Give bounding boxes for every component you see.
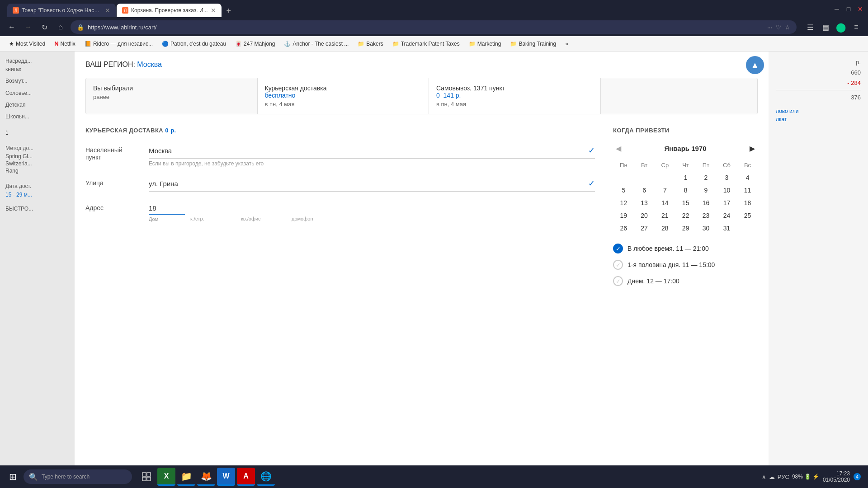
url-more-icon[interactable]: ··· [767, 24, 772, 31]
bookmark-bakers[interactable]: 📁 Bakers [354, 39, 387, 48]
calendar-day[interactable]: 17 [716, 197, 737, 209]
calendar-day[interactable]: 14 [654, 197, 675, 209]
sidebar-date-link[interactable]: 15 - 29 м... [5, 192, 32, 198]
calendar-day[interactable]: 1 [675, 171, 696, 184]
afternoon-radio[interactable] [613, 276, 623, 286]
calendar-day[interactable]: 13 [634, 197, 655, 209]
calendar-day[interactable]: 24 [716, 209, 737, 222]
start-button[interactable]: ⊞ [4, 468, 22, 486]
time-slot-anytime[interactable]: В любое время. 11 — 21:00 [613, 244, 758, 253]
right-link[interactable]: лово или [776, 108, 798, 114]
calendar-day[interactable]: 22 [675, 209, 696, 222]
calendar-day[interactable]: 10 [716, 184, 737, 197]
files-icon[interactable]: 📁 [177, 468, 195, 486]
forward-button[interactable]: → [22, 21, 34, 33]
calendar-day[interactable]: 26 [613, 222, 634, 235]
intercom-input[interactable] [292, 202, 346, 214]
reader-icon[interactable]: ▤ [819, 21, 832, 33]
calendar-day[interactable]: 21 [654, 209, 675, 222]
calendar-day[interactable]: 7 [654, 184, 675, 197]
calendar-day[interactable]: 28 [654, 222, 675, 235]
calendar-day[interactable]: 29 [675, 222, 696, 235]
calendar-day[interactable]: 23 [696, 209, 716, 222]
bookmark-trademark[interactable]: 📁 Trademark Patent Taxes [389, 39, 463, 48]
calendar-day[interactable]: 5 [613, 184, 634, 197]
bookmark-baking-training[interactable]: 📁 Baking Training [506, 39, 560, 48]
calendar-day[interactable]: 16 [696, 197, 716, 209]
taskbar-search[interactable]: 🔍 Type here to search [24, 469, 132, 484]
calendar-day[interactable]: 6 [634, 184, 655, 197]
bookmark-heart-icon[interactable]: ♡ [776, 24, 781, 31]
up-arrow-icon[interactable]: ∧ [762, 474, 766, 480]
firefox-icon[interactable]: 🦊 [197, 468, 215, 486]
apt-input[interactable] [241, 202, 286, 214]
delivery-tab-prev[interactable]: Вы выбирали ранее [86, 78, 258, 114]
region-city-link[interactable]: Москва [137, 61, 162, 68]
maximize-button[interactable]: □ [844, 5, 853, 13]
tab-1[interactable]: Л Товар "Повесть о Ходже Насре... ✕ [7, 4, 116, 17]
city-label: Населенный пункт [85, 143, 140, 161]
calendar-day[interactable]: 12 [613, 197, 634, 209]
minimize-button[interactable]: ─ [833, 5, 841, 13]
calendar-day[interactable]: 11 [737, 184, 758, 197]
calendar-day[interactable]: 25 [737, 209, 758, 222]
bookmark-ridero[interactable]: 📙 Ridero — для независ... [81, 39, 156, 48]
bookmark-patron[interactable]: 🔵 Patron, c'est du gateau [158, 39, 230, 48]
home-button[interactable]: ⌂ [54, 21, 67, 33]
time-slots: В любое время. 11 — 21:00 1-я половина д… [613, 244, 758, 286]
delivery-tab-courier[interactable]: Курьерская доставка бесплатно в пн, 4 ма… [258, 78, 429, 114]
calendar-day[interactable]: 15 [675, 197, 696, 209]
calendar-day[interactable]: 20 [634, 209, 655, 222]
star-icon[interactable]: ☆ [785, 24, 790, 31]
account-icon[interactable]: ⬤ [835, 21, 847, 33]
bookmark-most-visited[interactable]: ★ Most Visited [5, 39, 49, 48]
morning-radio[interactable] [613, 260, 623, 270]
bookmark-mahjong[interactable]: 🀄 247 Mahjong [231, 39, 278, 48]
delivery-tab-pickup[interactable]: Самовывоз, 1371 пункт 0–141 р. в пн, 4 м… [429, 78, 601, 114]
calendar-day[interactable]: 30 [696, 222, 716, 235]
house-input[interactable] [149, 202, 185, 215]
tab-1-close[interactable]: ✕ [105, 7, 110, 14]
new-tab-button[interactable]: + [222, 5, 235, 17]
word-icon[interactable]: W [217, 468, 235, 486]
clock: 17:23 01/05/2020 [823, 470, 850, 483]
chrome-icon[interactable]: 🌐 [257, 468, 275, 486]
time-slot-afternoon[interactable]: Днем. 12 — 17:00 [613, 276, 758, 286]
bookmark-anchor[interactable]: ⚓ Anchor - The easiest ... [280, 39, 352, 48]
url-bar[interactable]: 🔒 https://www.labirint.ru/cart/ ··· ♡ ☆ [71, 20, 797, 34]
bookmark-more[interactable]: » [561, 39, 572, 48]
calendar-day[interactable]: 2 [696, 171, 716, 184]
calendar-day[interactable]: 3 [716, 171, 737, 184]
calendar-day[interactable]: 8 [675, 184, 696, 197]
tab-2[interactable]: Л Корзина. Проверьте заказ. И... ✕ [117, 4, 222, 17]
building-input[interactable] [190, 202, 236, 214]
calendar-day[interactable]: 19 [613, 209, 634, 222]
back-button[interactable]: ← [5, 21, 18, 33]
task-view-icon[interactable] [137, 468, 156, 486]
time-slot-morning[interactable]: 1-я половина дня. 11 — 15:00 [613, 260, 758, 270]
tab-2-close[interactable]: ✕ [211, 7, 216, 14]
library-icon[interactable]: ☰ [804, 21, 816, 33]
acrobat-icon[interactable]: A [237, 468, 255, 486]
cal-prev-button[interactable]: ◀ [613, 143, 624, 154]
bookmark-marketing[interactable]: 📁 Marketing [465, 39, 505, 48]
calendar-day[interactable]: 9 [696, 184, 716, 197]
street-input[interactable]: ул. Грина ✓ [149, 176, 595, 192]
calendar-day[interactable]: 18 [737, 197, 758, 209]
menu-icon[interactable]: ≡ [850, 21, 863, 33]
calendar-day[interactable]: 27 [634, 222, 655, 235]
back-to-top-button[interactable]: ▲ [746, 56, 764, 74]
bookmark-netflix[interactable]: N Netflix [51, 39, 79, 48]
close-button[interactable]: ✕ [856, 5, 864, 13]
qty-stepper[interactable]: 1 [5, 130, 9, 136]
refresh-button[interactable]: ↻ [38, 21, 51, 33]
right-link2[interactable]: лкат [776, 116, 787, 122]
notification-badge[interactable]: 4 [854, 473, 861, 480]
city-input[interactable]: Москва ✓ [149, 143, 595, 159]
cal-next-button[interactable]: ▶ [747, 143, 758, 154]
calendar-day[interactable]: 4 [737, 171, 758, 184]
excel-icon[interactable]: X [157, 468, 175, 486]
calendar-day[interactable]: 31 [716, 222, 737, 235]
anytime-radio[interactable] [613, 244, 623, 253]
marketing-folder-icon: 📁 [469, 41, 476, 47]
